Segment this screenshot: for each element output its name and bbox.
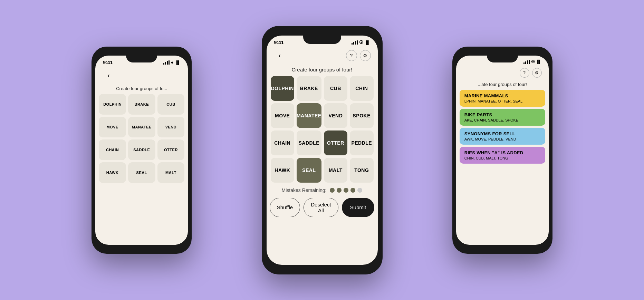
notch-left xyxy=(126,56,157,62)
card-marine-mammals: MARINE MAMMALS LPHIN, MANATEE, OTTER, SE… xyxy=(460,90,545,107)
signal-icon-left xyxy=(163,60,170,65)
wifi-icon-left: ● xyxy=(171,60,174,65)
tile-malt-center[interactable]: MALT xyxy=(324,158,347,183)
tile-chin-center[interactable]: CHIN xyxy=(350,76,373,101)
back-button-center[interactable]: ‹ xyxy=(273,49,286,62)
nav-bar-left: ‹ xyxy=(95,67,188,85)
submit-button[interactable]: Submit xyxy=(342,198,375,217)
status-icons-right: ⦿ ▐▌ xyxy=(523,60,541,64)
tile-tong-center[interactable]: TONG xyxy=(350,158,373,183)
svg-rect-10 xyxy=(527,60,528,64)
tile-dolphin-center[interactable]: DOLPHIN xyxy=(271,76,294,101)
phone-right: ⦿ ▐▌ ? ⚙ ...ate four groups of four! MAR… xyxy=(452,47,552,254)
svg-rect-5 xyxy=(353,42,354,45)
svg-rect-4 xyxy=(352,43,353,45)
shuffle-button[interactable]: Shuffle xyxy=(270,198,300,217)
battery-icon-left: ▐▌ xyxy=(175,60,181,65)
svg-rect-7 xyxy=(357,40,358,45)
tile-move-left[interactable]: MOVE xyxy=(99,117,126,137)
tile-chain-center[interactable]: CHAIN xyxy=(271,130,294,155)
card-ries-words: CHIN, CUB, MALT, TONG xyxy=(464,156,540,160)
nav-icons-center: ? ⚙ xyxy=(346,50,371,61)
tile-vend-center[interactable]: VEND xyxy=(324,103,347,128)
dot-2 xyxy=(337,188,342,193)
tile-cub-left[interactable]: CUB xyxy=(157,94,185,115)
help-button-center[interactable]: ? xyxy=(346,50,357,61)
tile-hawk-left[interactable]: HAWK xyxy=(99,162,126,183)
signal-icon-center xyxy=(352,40,358,45)
phone-center: 9:41 ⦿ ▐▌ ‹ ? ⚙ xyxy=(262,26,383,274)
tile-vend-left[interactable]: VEND xyxy=(157,117,185,137)
tile-spoke-center[interactable]: SPOKE xyxy=(350,103,373,128)
time-center: 9:41 xyxy=(274,40,284,45)
tile-saddle-center[interactable]: SADDLE xyxy=(297,130,321,155)
svg-rect-3 xyxy=(169,60,170,65)
tile-saddle-left[interactable]: SADDLE xyxy=(128,139,155,160)
card-synonyms-sell: SYNONYMS FOR SELL AWK, MOVE, PEDDLE, VEN… xyxy=(460,128,545,145)
svg-rect-8 xyxy=(523,62,525,64)
nav-icons-right: ? ⚙ xyxy=(520,68,542,78)
phone-center-screen: 9:41 ⦿ ▐▌ ‹ ? ⚙ xyxy=(267,36,378,265)
status-icons-left: ● ▐▌ xyxy=(163,60,180,65)
svg-rect-0 xyxy=(163,63,164,65)
card-synonyms-words: AWK, MOVE, PEDDLE, VEND xyxy=(464,137,540,141)
card-marine-title: MARINE MAMMALS xyxy=(464,93,540,98)
word-grid-left: DOLPHIN BRAKE CUB MOVE MANATEE VEND CHAI… xyxy=(95,94,188,183)
tile-seal-left[interactable]: SEAL xyxy=(128,162,155,183)
tile-otter-left[interactable]: OTTER xyxy=(157,139,185,160)
wifi-icon-center: ⦿ xyxy=(359,40,363,45)
tile-peddle-center[interactable]: PEDDLE xyxy=(350,130,373,155)
card-synonyms-title: SYNONYMS FOR SELL xyxy=(464,131,540,136)
card-marine-words: LPHIN, MANATEE, OTTER, SEAL xyxy=(464,99,540,103)
svg-rect-2 xyxy=(167,61,168,65)
back-button-left[interactable]: ‹ xyxy=(102,69,115,82)
deselect-button[interactable]: Deselect All xyxy=(304,198,338,217)
wifi-icon-right: ⦿ xyxy=(531,60,535,64)
tile-brake-center[interactable]: BRAKE xyxy=(297,76,321,101)
svg-rect-6 xyxy=(355,41,356,45)
tile-hawk-center[interactable]: HAWK xyxy=(271,158,294,183)
card-ries-title: RIES WHEN "A" IS ADDED xyxy=(464,150,540,155)
dot-4 xyxy=(350,188,355,193)
card-bike-title: BIKE PARTS xyxy=(464,112,540,117)
mistake-dots xyxy=(330,188,362,193)
settings-button-right[interactable]: ⚙ xyxy=(532,68,542,78)
tile-manatee-left[interactable]: MANATEE xyxy=(128,117,155,137)
signal-icon-right xyxy=(523,60,530,64)
card-ries-when: RIES WHEN "A" IS ADDED CHIN, CUB, MALT, … xyxy=(460,147,545,164)
time-left: 9:41 xyxy=(103,60,113,65)
help-button-right[interactable]: ? xyxy=(520,68,529,78)
dot-5 xyxy=(357,188,362,193)
tile-move-center[interactable]: MOVE xyxy=(271,103,294,128)
notch-center xyxy=(303,36,341,44)
svg-rect-9 xyxy=(525,61,526,64)
battery-icon-center: ▐▌ xyxy=(365,40,370,45)
dot-3 xyxy=(344,188,348,193)
tile-chain-left[interactable]: CHAIN xyxy=(99,139,126,160)
svg-rect-11 xyxy=(529,60,530,64)
phone-left-screen: 9:41 ● ▐▌ ‹ Create four groups of fo. xyxy=(95,56,188,245)
tile-manatee-center[interactable]: MANATEE xyxy=(297,103,321,128)
word-grid-center: DOLPHIN BRAKE CUB CHIN MOVE MANATEE VEND… xyxy=(267,76,378,183)
tile-dolphin-left[interactable]: DOLPHIN xyxy=(99,94,126,115)
svg-rect-1 xyxy=(165,62,166,65)
nav-bar-center: ‹ ? ⚙ xyxy=(267,47,378,65)
status-icons-center: ⦿ ▐▌ xyxy=(352,40,370,45)
card-bike-words: AKE, CHAIN, SADDLE, SPOKE xyxy=(464,118,540,122)
tile-malt-left[interactable]: MALT xyxy=(157,162,185,183)
battery-icon-right: ▐▌ xyxy=(536,60,541,64)
tile-otter-center[interactable]: OTTER xyxy=(324,130,347,155)
category-cards: MARINE MAMMALS LPHIN, MANATEE, OTTER, SE… xyxy=(456,90,549,164)
tile-brake-left[interactable]: BRAKE xyxy=(128,94,155,115)
tile-seal-center[interactable]: SEAL xyxy=(297,158,321,183)
subtitle-left: Create four groups of fo... xyxy=(95,85,188,94)
phone-left: 9:41 ● ▐▌ ‹ Create four groups of fo. xyxy=(92,47,192,254)
tile-cub-center[interactable]: CUB xyxy=(324,76,347,101)
nav-bar-right: ? ⚙ xyxy=(456,65,549,80)
subtitle-center: Create four groups of four! xyxy=(267,65,378,76)
mistakes-row: Mistakes Remaining: xyxy=(267,183,378,198)
notch-right xyxy=(487,56,518,62)
buttons-row: Shuffle Deselect All Submit xyxy=(267,198,378,223)
mistakes-label: Mistakes Remaining: xyxy=(282,187,327,193)
settings-button-center[interactable]: ⚙ xyxy=(360,50,371,61)
